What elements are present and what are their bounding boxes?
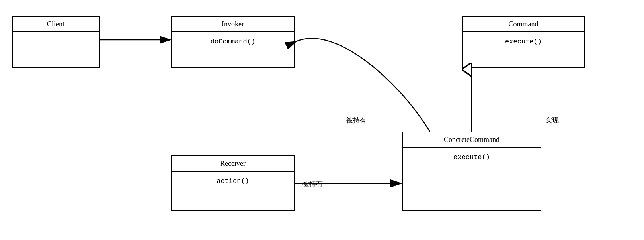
arrows-svg [0,0,644,240]
diagram-container: Client Invoker doCommand() Command execu… [0,0,644,240]
concrete-to-invoker-curve [295,38,430,132]
